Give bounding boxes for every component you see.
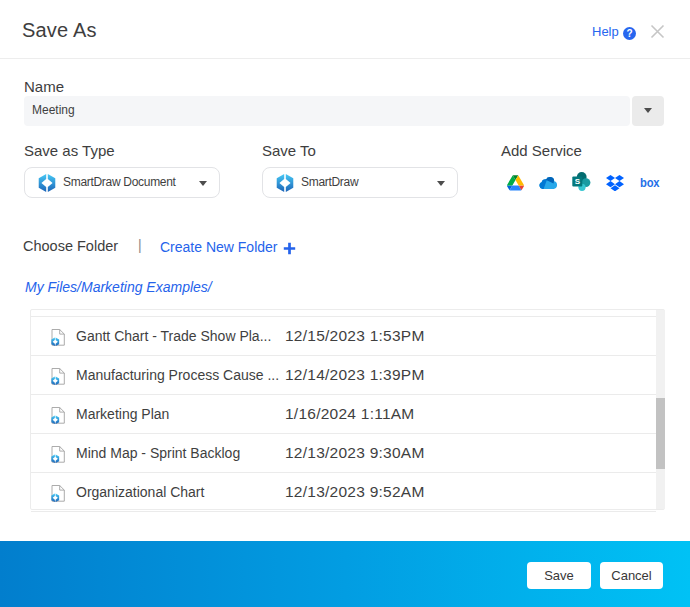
svg-text:?: ?	[626, 28, 632, 39]
svg-text:S: S	[575, 177, 581, 186]
